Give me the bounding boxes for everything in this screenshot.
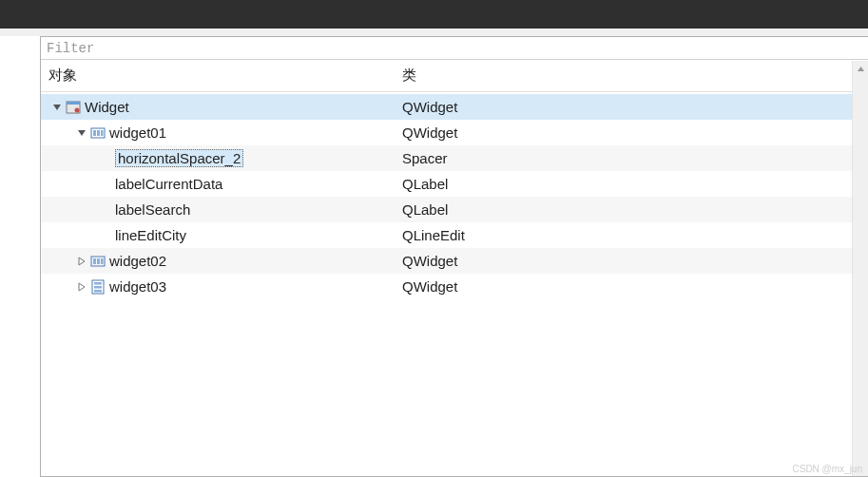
class-name-label: QLabel	[398, 201, 868, 218]
svg-rect-14	[94, 290, 102, 293]
svg-rect-10	[101, 258, 104, 264]
object-name-label: labelSearch	[115, 201, 190, 218]
header-object[interactable]: 对象	[41, 67, 398, 85]
layout-horizontal-icon	[90, 125, 106, 141]
filter-input[interactable]	[41, 37, 868, 60]
class-name-label: QWidget	[398, 99, 868, 115]
vertical-scrollbar[interactable]	[852, 61, 868, 476]
svg-rect-1	[67, 102, 80, 105]
tree-row-horizontalspacer2[interactable]: horizontalSpacer_2 Spacer	[41, 145, 868, 171]
tree-row-widget03[interactable]: widget03 QWidget	[41, 274, 868, 299]
class-name-label: QLineEdit	[398, 227, 868, 243]
svg-rect-5	[97, 130, 100, 136]
svg-rect-12	[94, 282, 102, 285]
svg-rect-9	[97, 258, 100, 264]
class-name-label: Spacer	[398, 150, 868, 166]
tree-row-lineeditcity[interactable]: lineEditCity QLineEdit	[41, 222, 868, 248]
object-name-label: labelCurrentData	[115, 176, 222, 192]
tree-row-widget01[interactable]: widget01 QWidget	[41, 120, 868, 145]
collapse-arrow-icon[interactable]	[73, 278, 90, 296]
widget-form-icon	[66, 100, 81, 115]
collapse-arrow-icon[interactable]	[73, 253, 90, 270]
object-tree[interactable]: Widget QWidget widget01 QWidget hori	[41, 92, 868, 299]
window-titlebar	[0, 0, 868, 29]
class-name-label: QWidget	[398, 278, 868, 295]
object-name-label: lineEditCity	[115, 227, 186, 243]
tree-row-widget02[interactable]: widget02 QWidget	[41, 248, 868, 274]
layout-vertical-icon	[90, 279, 106, 295]
tree-row-widget[interactable]: Widget QWidget	[41, 94, 868, 120]
svg-rect-6	[101, 130, 104, 136]
scroll-up-icon[interactable]	[853, 61, 868, 77]
object-name-label: horizontalSpacer_2	[115, 149, 243, 167]
toolbar-gap	[0, 29, 868, 36]
header-class[interactable]: 类	[398, 67, 868, 85]
class-name-label: QLabel	[398, 176, 868, 192]
tree-row-labelsearch[interactable]: labelSearch QLabel	[41, 197, 868, 222]
object-inspector-panel: 对象 类 Widget QWidget	[40, 36, 868, 477]
object-name-label: Widget	[85, 99, 129, 115]
tree-row-labelcurrentdata[interactable]: labelCurrentData QLabel	[41, 171, 868, 197]
svg-rect-8	[93, 258, 96, 264]
expand-arrow-icon[interactable]	[48, 99, 66, 116]
svg-rect-4	[93, 130, 96, 136]
svg-point-2	[75, 107, 80, 112]
class-name-label: QWidget	[398, 253, 868, 269]
object-name-label: widget01	[109, 124, 166, 141]
watermark-label: CSDN @mx_jun	[792, 464, 862, 474]
object-name-label: widget03	[109, 278, 166, 295]
tree-header-row: 对象 类	[41, 60, 868, 92]
object-name-label: widget02	[109, 253, 166, 269]
expand-arrow-icon[interactable]	[73, 124, 90, 142]
class-name-label: QWidget	[398, 124, 868, 141]
svg-rect-13	[94, 286, 102, 289]
layout-horizontal-icon	[90, 254, 106, 269]
